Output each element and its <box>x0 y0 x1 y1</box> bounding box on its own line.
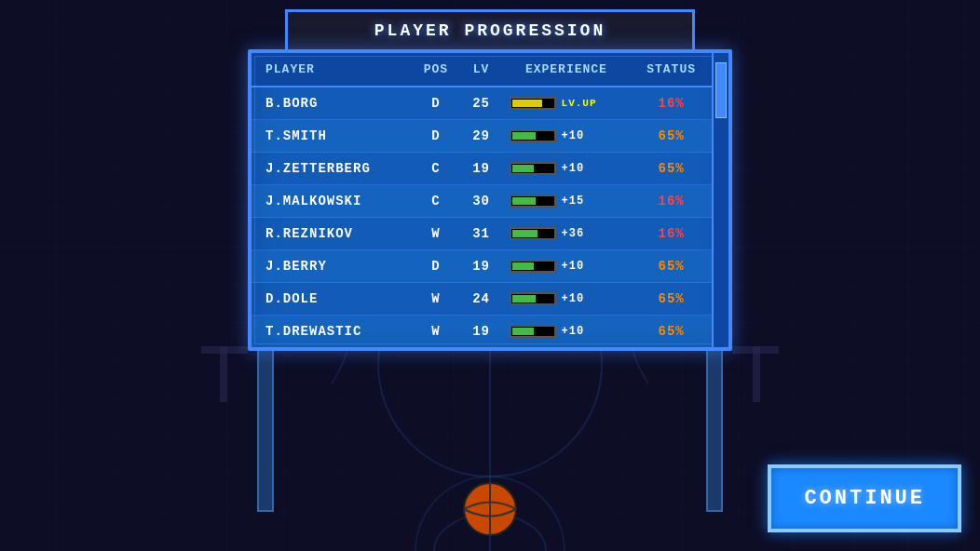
table-row: D.DOLEW24+1065% <box>252 283 712 316</box>
table-row: J.BERRYD19+1065% <box>252 250 712 283</box>
exp-label: +36 <box>562 227 585 240</box>
cell-status: 16% <box>631 87 712 120</box>
cell-status: 65% <box>631 316 712 348</box>
cell-status: 16% <box>631 185 712 218</box>
cell-level: 30 <box>461 185 502 218</box>
col-header-player: PLAYER <box>252 53 411 87</box>
cell-player-name: J.MALKOWSKI <box>252 185 411 218</box>
exp-bar-fill <box>512 165 534 172</box>
exp-bar <box>510 195 556 208</box>
exp-bar-container: +15 <box>510 195 624 208</box>
exp-bar <box>510 292 556 305</box>
cell-position: D <box>411 120 460 153</box>
cell-experience: +10 <box>502 120 632 153</box>
exp-label: +10 <box>562 260 585 273</box>
exp-bar-container: +10 <box>510 292 624 305</box>
table-row: R.REZNIKOVW31+3616% <box>252 218 712 250</box>
cell-player-name: B.BORG <box>252 87 411 120</box>
cell-experience: +10 <box>502 250 632 283</box>
exp-label: +10 <box>562 162 585 175</box>
svg-rect-4 <box>201 346 248 354</box>
cell-player-name: R.REZNIKOV <box>252 218 411 250</box>
cell-level: 31 <box>461 218 502 250</box>
cell-status: 65% <box>631 120 712 153</box>
cell-status: 65% <box>631 153 712 185</box>
table-row: J.ZETTERBERGC19+1065% <box>252 153 712 185</box>
exp-bar-container: +10 <box>510 260 624 273</box>
table-row: T.DREWASTICW19+1065% <box>252 316 712 348</box>
cell-experience: +15 <box>502 185 632 218</box>
cell-level: 25 <box>461 87 502 120</box>
table-row: J.MALKOWSKIC30+1516% <box>252 185 712 218</box>
table-row: T.SMITHD29+1065% <box>252 120 712 153</box>
svg-rect-3 <box>220 346 227 402</box>
cell-level: 29 <box>461 120 502 153</box>
exp-bar-fill <box>512 100 542 107</box>
scrollbar[interactable] <box>712 53 728 347</box>
exp-bar <box>510 227 556 240</box>
exp-bar <box>510 97 556 110</box>
exp-bar <box>510 260 556 273</box>
cell-player-name: T.SMITH <box>252 120 411 153</box>
cell-experience: +10 <box>502 316 632 348</box>
exp-bar-container: +10 <box>510 162 624 175</box>
continue-button[interactable]: CONTINUE <box>768 464 961 532</box>
table-row: B.BORGD25LV.UP16% <box>252 87 712 120</box>
cell-level: 19 <box>461 316 502 348</box>
exp-bar <box>510 325 556 338</box>
cell-position: C <box>411 153 460 185</box>
cell-player-name: J.ZETTERBERG <box>252 153 411 185</box>
exp-bar-fill <box>512 262 535 270</box>
cell-level: 24 <box>461 283 502 316</box>
main-panel: PLAYER POS LV EXPERIENCE STATUS B.BORGD2… <box>248 49 732 351</box>
svg-rect-5 <box>753 346 760 402</box>
exp-bar-container: +36 <box>510 227 624 240</box>
exp-label: +15 <box>562 195 585 208</box>
col-header-status: STATUS <box>631 53 712 87</box>
cell-position: D <box>411 250 460 283</box>
cell-player-name: D.DOLE <box>252 283 411 316</box>
exp-label: +10 <box>562 325 585 338</box>
exp-bar-container: +10 <box>510 129 624 142</box>
cell-player-name: T.DREWASTIC <box>252 316 411 348</box>
exp-bar <box>510 162 556 175</box>
cell-player-name: J.BERRY <box>252 250 411 283</box>
exp-bar-fill <box>512 328 534 335</box>
table-header-row: PLAYER POS LV EXPERIENCE STATUS <box>252 53 712 87</box>
cell-status: 65% <box>631 250 712 283</box>
cell-position: W <box>411 283 460 316</box>
col-header-experience: EXPERIENCE <box>502 53 632 87</box>
cell-level: 19 <box>461 153 502 185</box>
exp-bar-fill <box>512 132 536 140</box>
cell-position: W <box>411 316 460 348</box>
exp-bar-fill <box>512 197 536 205</box>
col-header-pos: POS <box>411 53 460 87</box>
scroll-thumb[interactable] <box>715 62 727 118</box>
exp-bar-container: LV.UP <box>510 97 624 110</box>
cell-experience: LV.UP <box>502 87 632 120</box>
cell-level: 19 <box>461 250 502 283</box>
exp-label: +10 <box>562 292 585 305</box>
col-header-lv: LV <box>461 53 502 87</box>
exp-bar-fill <box>512 295 536 302</box>
exp-label: +10 <box>562 129 585 142</box>
title-bar: PLAYER PROGRESSION <box>285 9 695 49</box>
exp-bar-fill <box>512 230 538 237</box>
svg-rect-6 <box>732 346 779 354</box>
cell-position: D <box>411 87 460 120</box>
player-table: PLAYER POS LV EXPERIENCE STATUS B.BORGD2… <box>252 53 712 347</box>
page-title: PLAYER PROGRESSION <box>374 21 606 40</box>
cell-status: 65% <box>631 283 712 316</box>
basketball <box>462 481 518 542</box>
exp-bar <box>510 129 556 142</box>
exp-bar-container: +10 <box>510 325 624 338</box>
table-wrapper: PLAYER POS LV EXPERIENCE STATUS B.BORGD2… <box>252 53 728 347</box>
cell-experience: +10 <box>502 283 632 316</box>
cell-position: W <box>411 218 460 250</box>
panel-container: PLAYER PROGRESSION PLAYER POS LV EXPERIE… <box>248 9 732 351</box>
cell-experience: +36 <box>502 218 632 250</box>
cell-status: 16% <box>631 218 712 250</box>
exp-label: LV.UP <box>562 98 597 109</box>
cell-experience: +10 <box>502 153 632 185</box>
cell-position: C <box>411 185 460 218</box>
